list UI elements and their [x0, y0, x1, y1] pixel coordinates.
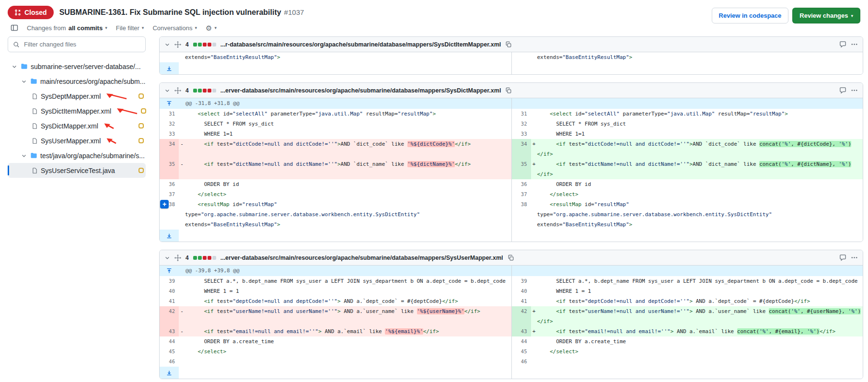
- new-code-line: 34+ <if test="dictCode!=null and dictCod…: [511, 139, 863, 159]
- tree-folder-submarine-server-server-database[interactable]: submarine-server/server-database/...: [8, 59, 146, 74]
- line-number[interactable]: 42: [160, 306, 179, 326]
- filter-changed-files-input[interactable]: [23, 40, 140, 48]
- old-code-line: 42- <if test="userName!=null and userNam…: [160, 306, 511, 326]
- diff-sign: +: [531, 139, 537, 159]
- file-filter-dropdown[interactable]: File filter ▾: [116, 24, 144, 32]
- line-number[interactable]: 43: [160, 326, 179, 336]
- line-number[interactable]: 41: [160, 296, 179, 306]
- line-number[interactable]: 35: [160, 159, 179, 179]
- expand-down-button[interactable]: [160, 367, 179, 379]
- line-number[interactable]: 46: [512, 357, 531, 367]
- diff-row: 43- <if test="email!=null and email!=''"…: [160, 326, 863, 336]
- line-number[interactable]: 33: [160, 129, 179, 139]
- line-number[interactable]: 38: [512, 199, 531, 230]
- line-number[interactable]: 32: [160, 119, 179, 129]
- expand-down-button[interactable]: [160, 230, 179, 242]
- tree-file-sysdictmapper-xml[interactable]: SysDictMapper.xml: [8, 118, 146, 133]
- line-number[interactable]: 37: [512, 189, 531, 199]
- new-code-line: 32 SELECT * FROM sys_dict: [511, 119, 863, 129]
- line-number[interactable]: 37: [160, 189, 179, 199]
- line-number[interactable]: 40: [512, 286, 531, 296]
- kebab-menu-icon[interactable]: [851, 41, 858, 48]
- diff-sign: [531, 336, 537, 347]
- line-number[interactable]: 39: [160, 276, 179, 286]
- line-number[interactable]: 45: [160, 347, 179, 357]
- old-code-line: 34- <if test="dictCode!=null and dictCod…: [160, 139, 511, 159]
- diffstat-block-add: [198, 43, 202, 46]
- diffstat-count: 4: [185, 41, 189, 48]
- diff-settings-dropdown[interactable]: ⚙ ▾: [206, 24, 217, 32]
- line-number[interactable]: 32: [512, 119, 531, 129]
- code-text: WHERE 1=1: [185, 129, 511, 139]
- line-number[interactable]: 44: [512, 336, 531, 347]
- tree-file-sysuserservicetest-java[interactable]: SysUserServiceTest.java: [8, 163, 146, 178]
- line-number[interactable]: 38+: [160, 199, 179, 230]
- line-number[interactable]: [512, 52, 531, 62]
- collapse-diff-chevron-icon[interactable]: [164, 255, 170, 261]
- changes-from-dropdown[interactable]: Changes from all commits ▾: [27, 24, 107, 32]
- tree-file-sysdeptmapper-xml[interactable]: SysDeptMapper.xml: [8, 89, 146, 104]
- comment-icon[interactable]: [839, 87, 846, 94]
- copy-path-icon[interactable]: [508, 255, 514, 261]
- comment-icon[interactable]: [839, 254, 846, 261]
- sidebar-toggle-icon[interactable]: [11, 24, 18, 32]
- copy-path-icon[interactable]: [505, 41, 512, 48]
- file-path[interactable]: ...erver-database/src/main/resources/org…: [220, 87, 501, 94]
- diff-toolbar: Changes from all commits ▾ File filter ▾…: [8, 24, 860, 32]
- line-number[interactable]: 46: [160, 357, 179, 367]
- line-number[interactable]: 36: [512, 179, 531, 189]
- line-number[interactable]: 42: [512, 306, 531, 326]
- tree-folder-test-java-org-apache-submarine-s[interactable]: test/java/org/apache/submarine/s...: [8, 148, 146, 163]
- file-filter-label: File filter: [116, 24, 139, 32]
- copy-path-icon[interactable]: [505, 87, 512, 94]
- old-code-line: 35- <if test="dictName!=null and dictNam…: [160, 159, 511, 179]
- chevron-down-icon[interactable]: [21, 79, 27, 84]
- diff-sign: [179, 189, 185, 199]
- line-number[interactable]: [160, 52, 179, 62]
- line-number[interactable]: 39: [512, 276, 531, 286]
- kebab-menu-icon[interactable]: [851, 254, 858, 261]
- code-text: <if test="email!=null and email!=''"> AN…: [537, 326, 863, 336]
- collapse-diff-chevron-icon[interactable]: [164, 42, 170, 47]
- line-number[interactable]: 33: [512, 129, 531, 139]
- review-in-codespace-button[interactable]: Review in codespace: [712, 8, 789, 23]
- comment-icon[interactable]: [839, 41, 846, 48]
- expand-up-button[interactable]: [160, 266, 179, 276]
- drag-handle-icon[interactable]: [174, 255, 181, 261]
- line-number[interactable]: 36: [160, 179, 179, 189]
- diffstat-block-del: [203, 89, 207, 93]
- old-code-line: 33 WHERE 1=1: [160, 129, 511, 139]
- drag-handle-icon[interactable]: [174, 87, 181, 94]
- line-number[interactable]: 45: [512, 347, 531, 357]
- expand-up-button[interactable]: [160, 98, 179, 109]
- old-code-line: 46: [160, 357, 511, 367]
- chevron-down-icon[interactable]: [12, 64, 18, 69]
- line-number[interactable]: 31: [160, 109, 179, 119]
- add-line-comment-button[interactable]: +: [160, 200, 169, 208]
- line-number[interactable]: 35: [512, 159, 531, 179]
- line-number[interactable]: 40: [160, 286, 179, 296]
- collapse-diff-chevron-icon[interactable]: [164, 88, 170, 93]
- line-number[interactable]: 43: [512, 326, 531, 336]
- file-path[interactable]: ...erver-database/src/main/resources/org…: [220, 255, 503, 261]
- file-tree-sidebar: submarine-server/server-database/...main…: [8, 36, 151, 378]
- line-number[interactable]: 41: [512, 296, 531, 306]
- line-number[interactable]: 34: [512, 139, 531, 159]
- tree-file-sysusermapper-xml[interactable]: SysUserMapper.xml: [8, 133, 146, 148]
- hunk-header-right: [511, 266, 863, 276]
- line-number[interactable]: 34: [160, 139, 179, 159]
- conversations-dropdown[interactable]: Conversations ▾: [152, 24, 197, 32]
- diff-row: [160, 230, 863, 242]
- tree-file-sysdictitemmapper-xml[interactable]: SysDictItemMapper.xml: [8, 104, 146, 118]
- review-changes-button[interactable]: Review changes ▾: [792, 8, 860, 23]
- tree-item-label: SysUserMapper.xml: [41, 137, 101, 145]
- line-number[interactable]: 31: [512, 109, 531, 119]
- diffstat-block-del: [208, 43, 211, 46]
- drag-handle-icon[interactable]: [174, 41, 181, 48]
- tree-folder-main-resources-org-apache-subm[interactable]: main/resources/org/apache/subm...: [8, 74, 146, 89]
- chevron-down-icon[interactable]: [21, 153, 27, 159]
- expand-down-button[interactable]: [160, 62, 179, 74]
- kebab-menu-icon[interactable]: [851, 87, 858, 94]
- file-path[interactable]: ...r-database/src/main/resources/org/apa…: [220, 41, 501, 48]
- line-number[interactable]: 44: [160, 336, 179, 347]
